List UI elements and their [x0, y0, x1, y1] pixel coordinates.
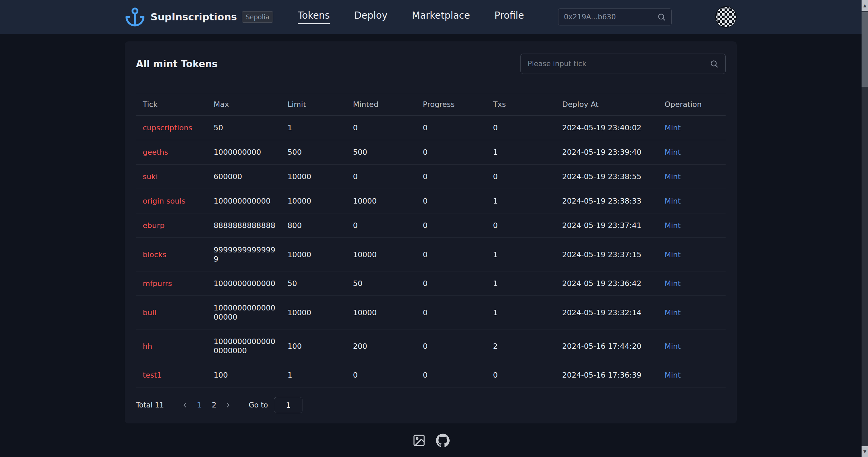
table-row: suki600000100000002024-05-19 23:38:55Min…	[136, 165, 726, 189]
max-cell: 100	[207, 363, 281, 387]
tick-cell: suki	[136, 165, 207, 189]
page-number-2[interactable]: 2	[206, 397, 221, 413]
brand-title: SupInscriptions	[151, 11, 237, 23]
goto-page-input[interactable]	[274, 397, 302, 413]
limit-cell: 50	[281, 271, 346, 296]
wallet-address-box[interactable]	[558, 8, 672, 25]
tick-cell: mfpurrs	[136, 271, 207, 296]
column-header: Tick	[136, 93, 207, 116]
tokens-card: All mint Tokens	[125, 41, 737, 423]
nav-link-tokens[interactable]: Tokens	[298, 10, 330, 24]
txs-cell: 1	[486, 189, 555, 213]
search-icon[interactable]	[710, 59, 718, 68]
avatar[interactable]	[715, 6, 737, 28]
nav-link-marketplace[interactable]: Marketplace	[412, 10, 470, 24]
column-header: Limit	[281, 93, 346, 116]
tick-cell: blocks	[136, 238, 207, 271]
txs-cell: 1	[486, 271, 555, 296]
tick-cell: cupscriptions	[136, 116, 207, 140]
table-row: bull1000000000000000001000010000012024-0…	[136, 296, 726, 329]
scroll-up-button[interactable]: ▲	[862, 0, 868, 11]
limit-cell: 500	[281, 140, 346, 165]
mint-link[interactable]: Mint	[665, 123, 681, 132]
progress-cell: 0	[416, 363, 486, 387]
tick-link[interactable]: bull	[143, 308, 156, 317]
wallet-address-input[interactable]	[564, 13, 657, 21]
operation-cell: Mint	[658, 329, 726, 363]
mint-link[interactable]: Mint	[665, 250, 681, 259]
max-cell: 99999999999999	[207, 238, 281, 271]
minted-cell: 0	[346, 213, 416, 238]
tick-link[interactable]: origin souls	[143, 197, 185, 205]
mint-link[interactable]: Mint	[665, 221, 681, 230]
footer	[0, 423, 862, 457]
mint-link[interactable]: Mint	[665, 342, 681, 350]
progress-cell: 0	[416, 271, 486, 296]
navbar: SupInscriptions Sepolia TokensDeployMark…	[0, 0, 862, 34]
scrollbar-track[interactable]: ▲ ▼	[862, 0, 868, 457]
max-cell: 600000	[207, 165, 281, 189]
page-title: All mint Tokens	[136, 58, 218, 70]
page-numbers: 12	[192, 397, 221, 413]
tick-link[interactable]: cupscriptions	[143, 123, 192, 132]
progress-cell: 0	[416, 329, 486, 363]
tick-cell: geeths	[136, 140, 207, 165]
search-icon[interactable]	[657, 13, 666, 21]
tick-link[interactable]: test1	[143, 371, 162, 379]
tick-link[interactable]: blocks	[143, 250, 166, 259]
nav-link-profile[interactable]: Profile	[494, 10, 524, 24]
prev-page-button[interactable]	[178, 397, 192, 413]
deploy-at-cell: 2024-05-19 23:39:40	[555, 140, 658, 165]
operation-cell: Mint	[658, 165, 726, 189]
mint-link[interactable]: Mint	[665, 148, 681, 156]
minted-cell: 10000	[346, 296, 416, 329]
progress-cell: 0	[416, 296, 486, 329]
minted-cell: 200	[346, 329, 416, 363]
txs-cell: 0	[486, 213, 555, 238]
txs-cell: 1	[486, 296, 555, 329]
limit-cell: 1	[281, 116, 346, 140]
tick-cell: test1	[136, 363, 207, 387]
operation-cell: Mint	[658, 271, 726, 296]
scrollbar-thumb[interactable]	[862, 12, 868, 87]
deploy-at-cell: 2024-05-19 23:38:33	[555, 189, 658, 213]
tick-search-box[interactable]	[520, 54, 726, 74]
column-header: Deploy At	[555, 93, 658, 116]
mint-link[interactable]: Mint	[665, 197, 681, 205]
github-icon[interactable]	[436, 434, 450, 447]
deploy-at-cell: 2024-05-16 17:44:20	[555, 329, 658, 363]
tick-link[interactable]: geeths	[143, 148, 168, 156]
card-header: All mint Tokens	[125, 41, 737, 74]
mint-link[interactable]: Mint	[665, 279, 681, 288]
scroll-down-button[interactable]: ▼	[862, 446, 868, 457]
tick-cell: hh	[136, 329, 207, 363]
tick-link[interactable]: mfpurrs	[143, 279, 172, 288]
limit-cell: 100	[281, 329, 346, 363]
minted-cell: 0	[346, 116, 416, 140]
table-body: cupscriptions5010002024-05-19 23:40:02Mi…	[136, 116, 726, 387]
minted-cell: 10000	[346, 238, 416, 271]
tokens-table: TickMaxLimitMintedProgressTxsDeploy AtOp…	[136, 93, 726, 387]
deploy-at-cell: 2024-05-16 17:36:39	[555, 363, 658, 387]
next-page-button[interactable]	[221, 397, 235, 413]
tick-search-input[interactable]	[528, 60, 710, 68]
tick-link[interactable]: eburp	[143, 221, 164, 230]
mint-link[interactable]: Mint	[665, 172, 681, 181]
progress-cell: 0	[416, 238, 486, 271]
tick-link[interactable]: hh	[143, 342, 152, 350]
txs-cell: 0	[486, 165, 555, 189]
total-count: Total 11	[136, 401, 164, 409]
main-content: All mint Tokens	[0, 34, 862, 423]
tick-cell: bull	[136, 296, 207, 329]
txs-cell: 2	[486, 329, 555, 363]
tick-link[interactable]: suki	[143, 172, 158, 181]
mint-link[interactable]: Mint	[665, 308, 681, 317]
image-icon[interactable]	[412, 434, 426, 447]
operation-cell: Mint	[658, 116, 726, 140]
operation-cell: Mint	[658, 189, 726, 213]
limit-cell: 1	[281, 363, 346, 387]
mint-link[interactable]: Mint	[665, 371, 681, 379]
column-header: Max	[207, 93, 281, 116]
nav-link-deploy[interactable]: Deploy	[354, 10, 388, 24]
page-number-1[interactable]: 1	[192, 397, 206, 413]
